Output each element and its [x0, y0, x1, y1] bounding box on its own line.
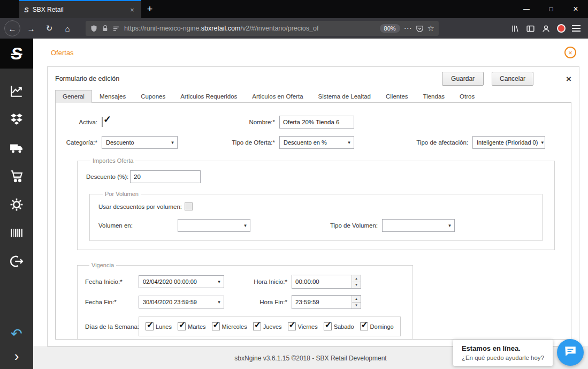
app-logo[interactable]: S	[0, 39, 33, 69]
window-maximize-button[interactable]: □	[539, 0, 563, 18]
menu-icon[interactable]	[572, 25, 581, 32]
tipo-oferta-select[interactable]: Descuento en %▾	[279, 136, 354, 149]
chat-button[interactable]	[557, 339, 584, 366]
tracking-shield-icon[interactable]	[90, 25, 98, 33]
tipo-volumen-select[interactable]: ▾	[382, 219, 455, 232]
tipo-afectacion-select[interactable]: Inteligente (Prioridad 0)▾	[472, 136, 545, 149]
day-martes: ✓ Martes	[178, 322, 206, 330]
day-lunes: ✓ Lunes	[146, 322, 172, 330]
tab-articulos-requeridos[interactable]: Articulos Requeridos	[173, 90, 245, 103]
tab-sistema-de-lealtad[interactable]: Sistema de Lealtad	[311, 90, 378, 103]
tab-articulos-en-oferta[interactable]: Articulos en Oferta	[245, 90, 310, 103]
martes-checkbox[interactable]: ✓	[178, 322, 186, 330]
home-button[interactable]: ⌂	[60, 21, 75, 36]
browser-window: S SBX Retail × + — □ × ← → ↻ ⌂ https://r…	[0, 0, 588, 369]
sabado-checkbox[interactable]: ✓	[324, 322, 332, 330]
hora-fin-spinner[interactable]: ▴ ▾	[292, 295, 361, 309]
library-icon[interactable]	[510, 24, 520, 33]
apps-icon[interactable]	[9, 112, 24, 127]
hora-fin-input[interactable]	[292, 296, 352, 308]
pocket-icon[interactable]	[416, 25, 424, 33]
spin-up-icon[interactable]: ▴	[352, 296, 361, 303]
tab-general[interactable]: General	[55, 90, 92, 103]
main-content: Ofertas × Formulario de edición Guardar …	[33, 39, 588, 369]
url-path: /v2/#/inventario/precios_of	[240, 25, 318, 32]
lunes-checkbox[interactable]: ✓	[146, 322, 154, 330]
viernes-checkbox[interactable]: ✓	[288, 322, 296, 330]
url-text: https://runit-mexico-ngine.sbxretail.com…	[124, 25, 376, 32]
hora-inicio-spinner[interactable]: ▴ ▾	[292, 275, 361, 289]
panel-title: Formulario de edición	[55, 75, 119, 82]
browser-tab[interactable]: S SBX Retail ×	[19, 0, 141, 18]
back-button[interactable]: ←	[4, 20, 20, 36]
chat-status-text: Estamos en línea.	[462, 344, 544, 352]
usar-volumen-checkbox[interactable]	[185, 202, 193, 210]
miercoles-checkbox[interactable]: ✓	[212, 322, 220, 330]
url-prefix: https://runit-mexico-ngine.	[124, 25, 201, 32]
lock-icon[interactable]	[102, 25, 109, 32]
tab-cupones[interactable]: Cupones	[133, 90, 173, 103]
save-button[interactable]: Guardar	[442, 72, 484, 86]
window-minimize-button[interactable]: —	[514, 0, 539, 18]
tipo-afectacion-value: Inteligente (Prioridad 0)	[477, 139, 538, 146]
chevron-down-icon: ▾	[241, 223, 250, 228]
tab-otros[interactable]: Otros	[452, 90, 482, 103]
account-icon[interactable]	[541, 24, 551, 33]
activa-checkbox[interactable]: ✓	[102, 117, 103, 127]
undo-icon[interactable]: ↶	[9, 326, 24, 341]
zoom-level-badge[interactable]: 80%	[380, 24, 400, 33]
forward-button[interactable]: →	[24, 21, 39, 36]
extension-icon[interactable]	[557, 24, 566, 33]
check-icon: ✓	[179, 320, 186, 330]
fecha-inicio-select[interactable]: 02/04/2020 00:00:00▾	[139, 275, 224, 288]
page-actions-icon[interactable]: ⋯	[404, 24, 412, 33]
day-domingo: ✓ Domingo	[360, 322, 394, 330]
hora-inicio-input[interactable]	[292, 275, 352, 288]
sidebar-toggle-icon[interactable]	[526, 24, 535, 33]
expand-sidebar-icon[interactable]: ›	[9, 349, 24, 364]
fecha-fin-select[interactable]: 30/04/2020 23:59:59▾	[139, 296, 224, 308]
jueves-label: Jueves	[263, 323, 282, 330]
volumen-en-select[interactable]: ▾	[178, 219, 250, 232]
truck-icon[interactable]	[9, 140, 24, 155]
tab-ofertas[interactable]: Ofertas	[51, 49, 74, 57]
importes-oferta-fieldset: Importes Oferta Descuento (%): Por Volum…	[77, 157, 555, 250]
window-close-button[interactable]: ×	[563, 0, 588, 18]
tab-clientes[interactable]: Clientes	[378, 90, 416, 103]
descuento-input[interactable]	[130, 170, 201, 183]
sidebar-bottom: ↶ ›	[9, 326, 24, 364]
categoria-select[interactable]: Descuento▾	[102, 136, 178, 149]
spin-up-icon[interactable]: ▴	[352, 275, 361, 282]
form-close-icon[interactable]: ×	[566, 74, 571, 84]
cart-icon[interactable]	[9, 169, 24, 184]
vigencia-legend: Vigencia	[89, 262, 116, 268]
spin-down-icon[interactable]: ▾	[352, 282, 361, 289]
day-miercoles: ✓ Miercoles	[212, 322, 247, 330]
logout-icon[interactable]	[9, 254, 24, 269]
chat-question-text: ¿En qué puedo ayudarle hoy?	[462, 355, 544, 361]
cancel-button[interactable]: Cancelar	[492, 72, 533, 86]
barcode-icon[interactable]	[9, 225, 24, 240]
tab-close-icon[interactable]: ×	[128, 6, 136, 14]
martes-label: Martes	[188, 323, 206, 330]
fecha-fin-value: 30/04/2020 23:59:59	[143, 299, 197, 305]
refresh-button[interactable]: ↻	[42, 21, 57, 36]
analytics-icon[interactable]	[9, 84, 24, 99]
bookmark-star-icon[interactable]: ☆	[427, 24, 434, 33]
tab-tiendas[interactable]: Tiendas	[416, 90, 453, 103]
importes-oferta-legend: Importes Oferta	[90, 157, 135, 164]
jueves-checkbox[interactable]: ✓	[253, 322, 261, 330]
chevron-down-icon: ▾	[538, 140, 545, 145]
descuento-label: Descuento (%):	[86, 174, 130, 180]
nombre-input[interactable]	[279, 116, 354, 129]
page-close-button[interactable]: ×	[564, 47, 576, 58]
tab-mensajes[interactable]: Mensajes	[92, 90, 133, 103]
spin-down-icon[interactable]: ▾	[352, 303, 361, 309]
page-header: Ofertas ×	[33, 39, 588, 63]
new-tab-button[interactable]: +	[141, 0, 158, 18]
gear-icon[interactable]	[9, 197, 24, 212]
domingo-checkbox[interactable]: ✓	[360, 322, 368, 330]
panel-buttons: Guardar Cancelar ×	[442, 72, 571, 86]
url-bar[interactable]: https://runit-mexico-ngine.sbxretail.com…	[86, 21, 439, 36]
permissions-icon[interactable]	[112, 25, 120, 33]
